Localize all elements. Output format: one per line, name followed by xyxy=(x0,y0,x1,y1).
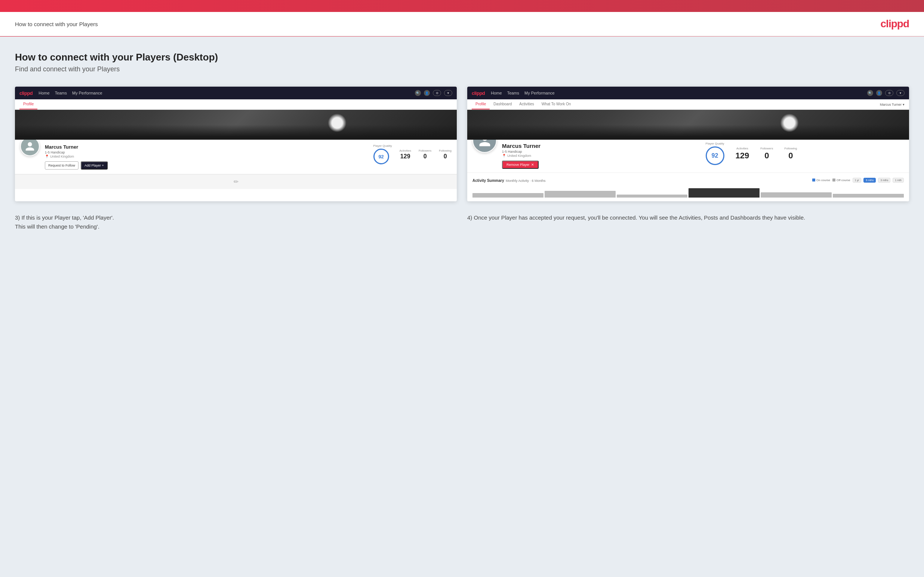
tab-what-to-work-on-right[interactable]: What To Work On xyxy=(538,99,575,110)
bar-2 xyxy=(544,191,615,198)
nav-teams-right[interactable]: Teams xyxy=(507,91,519,95)
golf-hero-left xyxy=(15,110,457,140)
player-name-left: Marcus Turner xyxy=(45,144,368,150)
following-block-right: Following 0 xyxy=(784,147,797,161)
top-bar xyxy=(0,0,924,12)
main-content: How to connect with your Players (Deskto… xyxy=(0,37,924,576)
search-icon-right[interactable]: 🔍 xyxy=(867,90,873,96)
activities-block-right: Activities 129 xyxy=(736,147,750,161)
page-title: How to connect with your Players (Deskto… xyxy=(15,52,909,63)
bar-1 xyxy=(472,193,543,198)
caption-right-text: 4) Once your Player has accepted your re… xyxy=(467,214,805,221)
app-tabbar-left: Profile xyxy=(15,99,457,110)
profile-buttons-left: Request to Follow Add Player + xyxy=(45,161,368,169)
followers-value-right: 0 xyxy=(760,151,773,161)
tab-activities-right[interactable]: Activities xyxy=(515,99,538,110)
player-handicap-right: 1-5 Handicap xyxy=(502,150,701,153)
activity-header: Activity Summary Monthly Activity · 6 Mo… xyxy=(472,177,904,184)
quality-label-left: Player Quality xyxy=(373,144,392,148)
nav-home-right[interactable]: Home xyxy=(491,91,502,95)
nav-myperformance-left[interactable]: My Performance xyxy=(72,91,102,95)
profile-info-left: Marcus Turner 1-5 Handicap 📍 United King… xyxy=(45,144,368,169)
request-follow-button[interactable]: Request to Follow xyxy=(45,161,79,169)
player-location-left: 📍 United Kingdom xyxy=(45,155,368,158)
quality-label-right: Player Quality xyxy=(706,142,724,145)
caption-left-text: 3) If this is your Player tap, 'Add Play… xyxy=(15,214,114,230)
app-navbar-left: clippd Home Teams My Performance 🔍 👤 ⚙ ▼ xyxy=(15,87,457,99)
caption-right: 4) Once your Player has accepted your re… xyxy=(467,213,909,231)
legend-off-course-label: Off course xyxy=(837,179,850,182)
app-nav-links-left: Home Teams My Performance xyxy=(39,91,415,95)
app-nav-links-right: Home Teams My Performance xyxy=(491,91,867,95)
quality-circle-right: 92 xyxy=(706,147,724,165)
followers-block-left: Followers 0 xyxy=(418,149,431,160)
followers-value-left: 0 xyxy=(418,153,431,160)
followers-label-right: Followers xyxy=(760,147,773,150)
settings-icon-right[interactable]: ⚙ xyxy=(885,90,893,96)
bar-3 xyxy=(617,195,688,198)
time-btn-1mth[interactable]: 1 mth xyxy=(893,178,904,183)
tab-profile-left[interactable]: Profile xyxy=(19,99,37,110)
settings-icon-left[interactable]: ⚙ xyxy=(433,90,441,96)
following-value-right: 0 xyxy=(784,151,797,161)
remove-player-button[interactable]: Remove Player ✕ xyxy=(502,161,539,169)
activities-value-left: 129 xyxy=(399,153,411,160)
activity-subtitle: Monthly Activity · 6 Months xyxy=(506,179,546,183)
time-btn-6mths[interactable]: 6 mths xyxy=(863,178,876,183)
nav-teams-left[interactable]: Teams xyxy=(55,91,67,95)
caption-left: 3) If this is your Player tap, 'Add Play… xyxy=(15,213,457,231)
app-nav-icons-right: 🔍 👤 ⚙ ▼ xyxy=(867,90,905,96)
activities-value-right: 129 xyxy=(736,151,750,161)
search-icon-left[interactable]: 🔍 xyxy=(415,90,421,96)
activities-label-right: Activities xyxy=(736,147,750,150)
player-location-right: 📍 United Kingdom xyxy=(502,154,701,158)
location-pin-icon-right: 📍 xyxy=(502,154,506,158)
tab-dashboard-right[interactable]: Dashboard xyxy=(489,99,515,110)
avatar-icon-left xyxy=(25,141,35,152)
followers-label-left: Followers xyxy=(418,149,431,152)
screenshot-overlay-left: ✏ xyxy=(15,174,457,189)
golf-hero-trees-left xyxy=(15,125,457,140)
player-handicap-left: 1-5 Handicap xyxy=(45,150,368,154)
legend-on-course-label: On course xyxy=(816,179,830,182)
screenshot-left: clippd Home Teams My Performance 🔍 👤 ⚙ ▼… xyxy=(15,87,457,201)
add-player-button[interactable]: Add Player + xyxy=(81,161,108,169)
activities-label-left: Activities xyxy=(399,149,411,152)
header-title: How to connect with your Players xyxy=(15,21,98,27)
player-name-right: Marcus Turner xyxy=(502,143,701,149)
user-icon-right[interactable]: 👤 xyxy=(876,90,882,96)
activities-block-left: Activities 129 xyxy=(399,149,411,160)
time-btn-1yr[interactable]: 1 yr xyxy=(853,178,862,183)
screenshots-row: clippd Home Teams My Performance 🔍 👤 ⚙ ▼… xyxy=(15,87,909,201)
profile-stats-right: Player Quality 92 Activities 129 Followe… xyxy=(706,140,904,165)
bar-6 xyxy=(833,194,904,198)
player-quality-block-right: Player Quality 92 xyxy=(706,142,724,165)
header: How to connect with your Players clippd xyxy=(0,12,924,36)
activity-title: Activity Summary xyxy=(472,179,504,183)
app-tabbar-right: Profile Dashboard Activities What To Wor… xyxy=(467,99,909,110)
followers-block-right: Followers 0 xyxy=(760,147,773,161)
following-value-left: 0 xyxy=(439,153,452,160)
bar-4 xyxy=(688,188,759,198)
nav-myperformance-right[interactable]: My Performance xyxy=(524,91,555,95)
nav-home-left[interactable]: Home xyxy=(39,91,49,95)
clippd-logo-header: clippd xyxy=(880,18,909,30)
app-nav-icons-left: 🔍 👤 ⚙ ▼ xyxy=(415,90,452,96)
profile-area-right: Marcus Turner 1-5 Handicap 📍 United King… xyxy=(467,140,909,172)
remove-player-container: Remove Player ✕ xyxy=(502,161,701,169)
quality-circle-left: 92 xyxy=(373,148,389,164)
user-icon-left[interactable]: 👤 xyxy=(424,90,430,96)
following-block-left: Following 0 xyxy=(439,149,452,160)
legend-off-course-dot xyxy=(832,179,835,182)
time-btn-3mths[interactable]: 3 mths xyxy=(878,178,890,183)
captions-row: 3) If this is your Player tap, 'Add Play… xyxy=(15,213,909,231)
tab-user-right: Marcus Turner ▾ xyxy=(880,103,905,106)
tab-profile-right[interactable]: Profile xyxy=(472,99,489,110)
profile-icon-right[interactable]: ▼ xyxy=(897,90,905,96)
legend-on-course: On course xyxy=(812,179,830,182)
player-quality-block-left: Player Quality 92 xyxy=(373,144,392,164)
bar-chart xyxy=(472,186,904,198)
profile-icon-left[interactable]: ▼ xyxy=(444,90,452,96)
bar-5 xyxy=(761,192,832,198)
following-label-right: Following xyxy=(784,147,797,150)
